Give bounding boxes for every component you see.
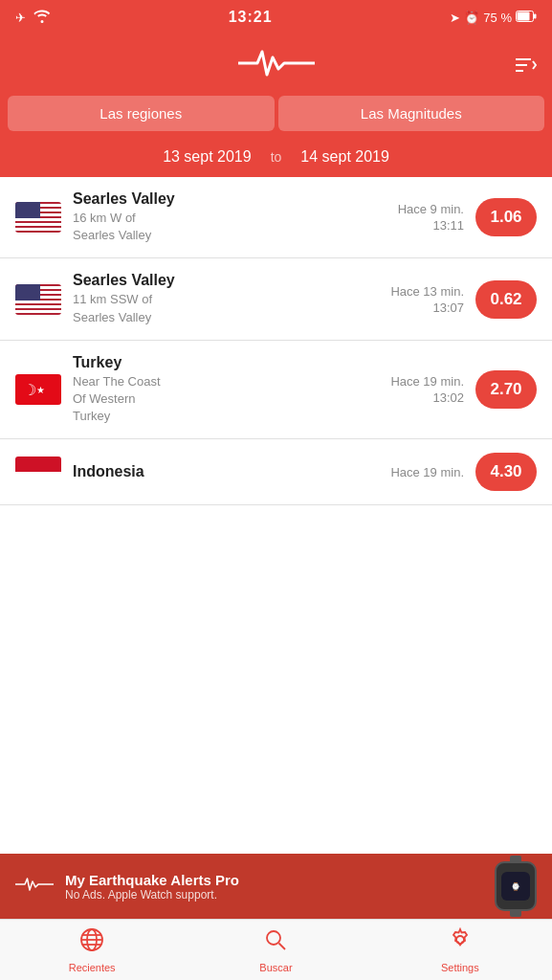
battery-text: 75 % bbox=[483, 11, 512, 25]
quake-info-3: Turkey Near The CoastOf WesternTurkey bbox=[73, 354, 376, 426]
airplane-icon: ✈ bbox=[15, 11, 26, 25]
quake-clock-3: 13:02 bbox=[387, 390, 464, 405]
search-icon bbox=[263, 927, 288, 958]
quake-clock-2: 13:07 bbox=[387, 301, 464, 315]
quake-info-4: Indonesia bbox=[73, 463, 376, 480]
tab-recientes-label: Recientes bbox=[69, 962, 116, 973]
tab-buscar-label: Buscar bbox=[259, 962, 292, 973]
date-to[interactable]: 14 sept 2019 bbox=[300, 148, 389, 166]
quake-ago-1: Hace 9 min. bbox=[398, 202, 464, 216]
quake-item-4[interactable]: Indonesia Hace 19 min. 4.30 bbox=[0, 439, 552, 505]
quake-item-2[interactable]: Searles Valley 11 km SSW ofSearles Valle… bbox=[0, 258, 552, 340]
quake-time-2: Hace 13 min. 13:07 bbox=[387, 284, 464, 315]
quake-region-2: 11 km SSW ofSearles Valley bbox=[73, 291, 376, 325]
date-range-row: 13 sept 2019 to 14 sept 2019 bbox=[0, 141, 552, 177]
alarm-icon: ⏰ bbox=[464, 11, 479, 25]
magnitudes-filter-button[interactable]: Las Magnitudes bbox=[278, 96, 545, 131]
tab-buscar[interactable]: Buscar bbox=[184, 920, 367, 980]
quake-magnitude-4: 4.30 bbox=[475, 453, 537, 491]
tab-recientes[interactable]: Recientes bbox=[0, 920, 184, 980]
battery-icon bbox=[516, 11, 537, 25]
quake-magnitude-2: 0.62 bbox=[475, 280, 537, 319]
promo-logo-icon bbox=[15, 871, 54, 902]
app-logo bbox=[238, 44, 315, 86]
quake-info-2: Searles Valley 11 km SSW ofSearles Valle… bbox=[73, 272, 376, 325]
date-to-label: to bbox=[271, 149, 282, 165]
svg-point-11 bbox=[267, 931, 280, 945]
wifi-icon bbox=[33, 10, 51, 26]
quake-ago-4: Hace 19 min. bbox=[390, 465, 464, 479]
quake-location-2: Searles Valley bbox=[73, 272, 376, 289]
quake-region-3: Near The CoastOf WesternTurkey bbox=[73, 373, 376, 426]
svg-line-12 bbox=[279, 943, 286, 949]
promo-title: My Earthquake Alerts Pro bbox=[65, 872, 483, 888]
flag-turkey bbox=[15, 374, 61, 405]
app-header bbox=[0, 34, 552, 96]
svg-rect-1 bbox=[518, 11, 530, 20]
quake-location-3: Turkey bbox=[73, 354, 376, 371]
flag-indonesia bbox=[15, 457, 61, 487]
quake-time-1: Hace 9 min. 13:11 bbox=[387, 202, 464, 233]
quake-region-1: 16 km W ofSearles Valley bbox=[73, 210, 376, 244]
sort-button[interactable] bbox=[514, 56, 537, 75]
quake-clock-1: 13:11 bbox=[387, 218, 464, 233]
date-from[interactable]: 13 sept 2019 bbox=[163, 148, 252, 166]
status-bar: ✈ 13:21 ➤ ⏰ 75 % bbox=[0, 0, 552, 34]
tab-bar: Recientes Buscar Settings bbox=[0, 919, 552, 980]
quake-magnitude-3: 2.70 bbox=[475, 370, 537, 409]
quake-magnitude-1: 1.06 bbox=[475, 198, 537, 236]
status-right: ➤ ⏰ 75 % bbox=[450, 11, 537, 25]
promo-subtitle: No Ads. Apple Watch support. bbox=[65, 888, 483, 902]
quake-item-1[interactable]: Searles Valley 16 km W ofSearles Valley … bbox=[0, 177, 552, 258]
apple-watch-icon: ⌚ bbox=[495, 861, 537, 911]
flag-usa-1 bbox=[15, 202, 61, 233]
promo-banner[interactable]: My Earthquake Alerts Pro No Ads. Apple W… bbox=[0, 854, 552, 919]
filter-row: Las regiones Las Magnitudes bbox=[0, 96, 552, 141]
quake-item-3[interactable]: Turkey Near The CoastOf WesternTurkey Ha… bbox=[0, 341, 552, 440]
quake-ago-3: Hace 19 min. bbox=[390, 374, 464, 389]
svg-rect-2 bbox=[534, 13, 537, 18]
status-time: 13:21 bbox=[229, 9, 273, 26]
quake-location-4: Indonesia bbox=[73, 463, 376, 480]
flag-usa-2 bbox=[15, 284, 61, 315]
tab-settings[interactable]: Settings bbox=[368, 920, 552, 980]
earthquake-list: Searles Valley 16 km W ofSearles Valley … bbox=[0, 177, 552, 924]
location-icon: ➤ bbox=[450, 11, 460, 25]
quake-info-1: Searles Valley 16 km W ofSearles Valley bbox=[73, 190, 376, 244]
promo-text: My Earthquake Alerts Pro No Ads. Apple W… bbox=[65, 872, 483, 902]
tab-settings-label: Settings bbox=[441, 962, 479, 973]
quake-time-4: Hace 19 min. bbox=[387, 465, 464, 479]
quake-ago-2: Hace 13 min. bbox=[390, 284, 464, 299]
regions-filter-button[interactable]: Las regiones bbox=[8, 96, 275, 131]
quake-time-3: Hace 19 min. 13:02 bbox=[387, 374, 464, 405]
status-left: ✈ bbox=[15, 10, 51, 26]
quake-location-1: Searles Valley bbox=[73, 190, 376, 208]
globe-icon bbox=[79, 927, 104, 958]
gear-icon bbox=[448, 927, 473, 958]
